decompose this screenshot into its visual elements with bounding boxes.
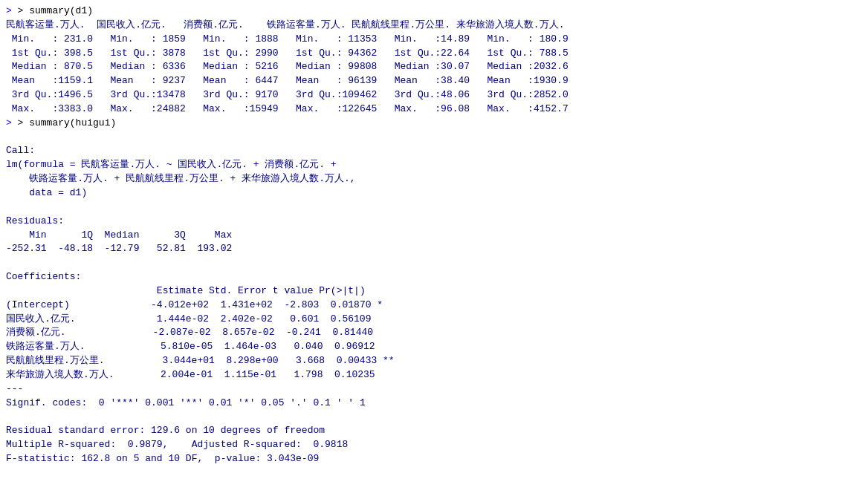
prompt-command: > summary(d1) [18, 5, 93, 16]
dashes: --- [6, 382, 862, 397]
coefficients-label: Coefficients: [6, 270, 862, 284]
blank-2 [6, 200, 862, 215]
output-1stqu: 1st Qu.: 398.5 1st Qu.: 3878 1st Qu.: 29… [6, 47, 862, 61]
lm-formula-3: data = d1) [6, 186, 862, 200]
summary-d1-prompt: > > summary(d1) [6, 4, 862, 19]
output-header: 民航客运量.万人. 国民收入.亿元. 消费额.亿元. 铁路运客量.万人. 民航航… [6, 19, 862, 33]
output-3rdqu: 3rd Qu.:1496.5 3rd Qu.:13478 3rd Qu.: 91… [6, 88, 862, 102]
residual-std-error: Residual standard error: 129.6 on 10 deg… [6, 424, 862, 438]
output-median: Median : 870.5 Median : 6336 Median : 52… [6, 60, 862, 74]
coeff-guomin: 国民收入.亿元. 1.444e-02 2.402e-02 0.601 0.561… [6, 313, 862, 327]
prompt-symbol-2: > [6, 117, 18, 128]
residuals-header: Min 1Q Median 3Q Max [6, 229, 862, 243]
blank-3 [6, 256, 862, 270]
coeff-laizhua: 来华旅游入境人数.万人. 2.004e-01 1.115e-01 1.798 0… [6, 368, 862, 382]
output-min: Min. : 231.0 Min. : 1859 Min. : 1888 Min… [6, 33, 862, 47]
lm-formula-1: lm(formula = 民航客运量.万人. ~ 国民收入.亿元. + 消费额.… [6, 158, 862, 172]
blank-4 [6, 410, 862, 424]
prompt-symbol: > [6, 5, 18, 16]
output-mean: Mean :1159.1 Mean : 9237 Mean : 6447 Mea… [6, 74, 862, 88]
r-squared: Multiple R-squared: 0.9879, Adjusted R-s… [6, 438, 862, 452]
summary-huigui-prompt: > > summary(huigui) [6, 117, 862, 131]
coeff-header: Estimate Std. Error t value Pr(>|t|) [6, 284, 862, 299]
coeff-xiaofe: 消费额.亿元. -2.087e-02 8.657e-02 -0.241 0.81… [6, 326, 862, 340]
lm-formula-2: 铁路运客量.万人. + 民航航线里程.万公里. + 来华旅游入境人数.万人., [6, 172, 862, 186]
f-statistic: F-statistic: 162.8 on 5 and 10 DF, p-val… [6, 452, 862, 466]
residuals-label: Residuals: [6, 215, 862, 229]
prompt-command-2: > summary(huigui) [18, 117, 117, 128]
coeff-minhang: 民航航线里程.万公里. 3.044e+01 8.298e+00 3.668 0.… [6, 354, 862, 368]
blank-1 [6, 131, 862, 145]
coeff-intercept: (Intercept) -4.012e+02 1.431e+02 -2.803 … [6, 299, 862, 313]
call-label: Call: [6, 144, 862, 158]
output-max: Max. :3383.0 Max. :24882 Max. :15949 Max… [6, 102, 862, 117]
signif-codes: Signif. codes: 0 '***' 0.001 '**' 0.01 '… [6, 397, 862, 411]
coeff-tielu: 铁路运客量.万人. 5.810e-05 1.464e-03 0.040 0.96… [6, 340, 862, 354]
residuals-values: -252.31 -48.18 -12.79 52.81 193.02 [6, 242, 862, 256]
r-console: > > summary(d1) 民航客运量.万人. 国民收入.亿元. 消费额.亿… [0, 0, 868, 499]
